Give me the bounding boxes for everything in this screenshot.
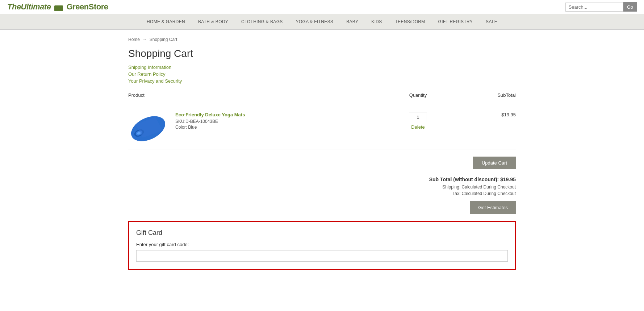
gift-card-label: Enter your gift card code: <box>136 242 508 247</box>
subtotal-column: $19.95 <box>451 111 516 117</box>
nav-bar: HOME & GARDEN BATH & BODY CLOTHING & BAG… <box>0 14 644 30</box>
delete-link[interactable]: Delete <box>411 124 425 130</box>
shipping-calc-line: Shipping: Calculated During Checkout <box>128 184 516 190</box>
search-input[interactable] <box>565 3 623 12</box>
subtotal-label: Sub Total (without discount): <box>429 177 499 182</box>
search-button[interactable]: Go <box>623 2 637 12</box>
quantity-input[interactable] <box>409 112 427 122</box>
nav-item-home-garden[interactable]: HOME & GARDEN <box>140 14 192 29</box>
return-policy-link[interactable]: Our Return Policy <box>128 71 516 77</box>
shipping-info-link[interactable]: Shipping Information <box>128 65 516 70</box>
nav-item-yoga-fitness[interactable]: YOGA & FITNESS <box>289 14 340 29</box>
svg-rect-0 <box>54 5 63 11</box>
product-color: Color: Blue <box>175 125 245 130</box>
logo-text-part1: TheUltimate <box>7 2 51 11</box>
gift-card-input[interactable] <box>136 250 508 262</box>
cart-table-header: Product Quantity SubTotal <box>128 92 516 101</box>
header: TheUltimate GreenStore Go <box>0 0 644 14</box>
subtotal-value: $19.95 <box>500 177 516 182</box>
search-area: Go <box>565 2 637 12</box>
quantity-column: Delete <box>385 111 451 130</box>
nav-item-baby[interactable]: BABY <box>340 14 365 29</box>
logo: TheUltimate GreenStore <box>7 2 108 12</box>
main-content: Home → Shopping Cart Shopping Cart Shipp… <box>114 30 530 311</box>
privacy-security-link[interactable]: Your Privacy and Security <box>128 78 516 84</box>
breadcrumb-current: Shopping Cart <box>150 37 177 42</box>
breadcrumb: Home → Shopping Cart <box>128 37 516 42</box>
update-cart-button[interactable]: Update Cart <box>473 157 516 169</box>
nav-item-clothing-bags[interactable]: CLOTHING & BAGS <box>235 14 289 29</box>
nav-item-bath-body[interactable]: BATH & BODY <box>192 14 235 29</box>
nav-item-gift-registry[interactable]: GIFT REGISTRY <box>432 14 479 29</box>
subtotal-column-header: SubTotal <box>451 92 516 98</box>
cart-actions: Update Cart <box>128 157 516 169</box>
product-column-header: Product <box>128 92 385 98</box>
breadcrumb-home[interactable]: Home <box>128 37 140 42</box>
cart-row: Eco-Friendly Deluxe Yoga Mats SKU:D-BEA-… <box>128 105 516 149</box>
subtotal-line: Sub Total (without discount): $19.95 <box>128 177 516 182</box>
product-details: Eco-Friendly Deluxe Yoga Mats SKU:D-BEA-… <box>175 111 245 130</box>
nav-item-kids[interactable]: KIDS <box>365 14 388 29</box>
product-column: Eco-Friendly Deluxe Yoga Mats SKU:D-BEA-… <box>128 111 385 143</box>
info-links: Shipping Information Our Return Policy Y… <box>128 65 516 84</box>
product-image <box>128 111 168 143</box>
product-name[interactable]: Eco-Friendly Deluxe Yoga Mats <box>175 112 245 117</box>
product-sku: SKU:D-BEA-10043BE <box>175 119 245 124</box>
quantity-column-header: Quantity <box>385 92 451 98</box>
nav-item-teens-dorm[interactable]: TEENS/DORM <box>389 14 432 29</box>
logo-text-part2: GreenStore <box>67 2 108 11</box>
totals-section: Sub Total (without discount): $19.95 Shi… <box>128 177 516 214</box>
tax-calc-line: Tax: Calculated During Checkout <box>128 191 516 196</box>
page-title: Shopping Cart <box>128 48 516 59</box>
logo-bag-icon <box>54 3 64 11</box>
get-estimates-button[interactable]: Get Estimates <box>470 201 516 214</box>
gift-card-title: Gift Card <box>136 229 508 237</box>
nav-item-sale[interactable]: SALE <box>479 14 504 29</box>
logo-text: TheUltimate GreenStore <box>7 2 108 12</box>
breadcrumb-separator: → <box>142 37 147 42</box>
gift-card-section: Gift Card Enter your gift card code: <box>128 221 516 270</box>
estimates-area: Get Estimates <box>128 201 516 214</box>
